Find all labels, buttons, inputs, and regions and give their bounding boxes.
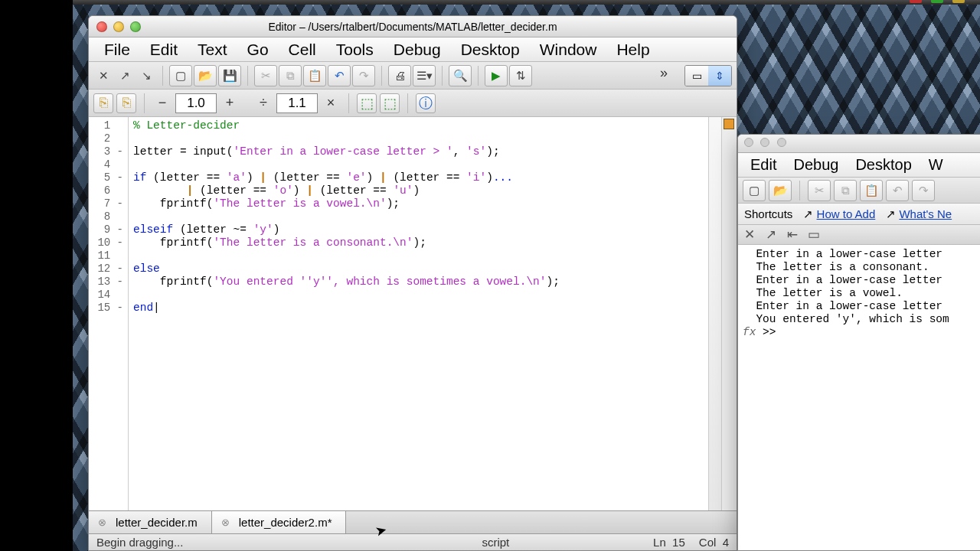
new-file-icon[interactable]: ▢ (743, 180, 766, 201)
whatsnew-link[interactable]: What's Ne (899, 207, 952, 220)
decrement-icon[interactable]: − (152, 93, 172, 113)
menu-go[interactable]: Go (238, 39, 278, 60)
menu-file[interactable]: File (95, 39, 139, 60)
copy-icon[interactable]: ⧉ (834, 180, 857, 201)
close-doc-icon[interactable]: ✕ (93, 65, 113, 86)
undock-icon[interactable]: ↗ (115, 65, 135, 86)
matlab-main-window: M Edit Debug Desktop W ▢ 📂 ✂ ⧉ 📋 ↶ ↷ Sho… (737, 134, 980, 551)
cell-up-icon[interactable]: ⬚ (357, 93, 377, 113)
minimize-button[interactable] (113, 21, 124, 32)
overflow-icon[interactable]: » (660, 65, 668, 81)
cmd-toolbar: ▢ 📂 ✂ ⧉ 📋 ↶ ↷ (738, 178, 980, 204)
tab-close-icon[interactable]: ⊗ (98, 517, 106, 528)
copy-icon[interactable]: ⧉ (279, 65, 302, 86)
menu-window[interactable]: Window (531, 39, 606, 60)
close-button[interactable] (744, 138, 753, 147)
print-icon[interactable]: 🖨 (388, 65, 411, 86)
command-window[interactable]: Enter in a lower-case letter The letter … (738, 245, 980, 550)
menu-help[interactable]: Help (607, 39, 658, 60)
editor-menubar: File Edit Text Go Cell Tools Debug Deskt… (89, 37, 737, 62)
maximize-icon[interactable]: ▭ (685, 66, 708, 86)
redo-icon[interactable]: ↷ (352, 65, 375, 86)
status-message: Begin dragging... (96, 536, 183, 549)
increment-icon[interactable]: + (220, 93, 240, 113)
find-icon[interactable]: 🔍 (449, 65, 472, 86)
undo-icon[interactable]: ↶ (328, 65, 351, 86)
editor-titlebar[interactable]: Editor – /Users/rtalbert/Documents/MATLA… (89, 16, 737, 37)
cell-toolbar: ⎘ ⎘ − 1.0 + ÷ 1.1 × ⬚ ⬚ ⓘ (89, 90, 737, 117)
analyzer-status-icon (724, 119, 734, 129)
file-tab[interactable]: ⊗ letter_decider2.m* (212, 511, 347, 533)
zoom-button[interactable] (130, 21, 141, 32)
file-tabs: ⊗ letter_decider.m ⊗ letter_decider2.m* (89, 510, 737, 533)
cut-icon[interactable]: ✂ (254, 65, 277, 86)
cmd-titlebar[interactable]: M (738, 135, 980, 153)
open-file-icon[interactable]: 📂 (194, 65, 217, 86)
howto-link[interactable]: How to Add (817, 207, 876, 220)
step-field-1[interactable]: 1.0 (175, 93, 217, 113)
eval-advance-icon[interactable]: ⎘ (116, 93, 136, 113)
run-icon[interactable]: ▶ (485, 65, 508, 86)
save-file-icon[interactable]: 💾 (218, 65, 241, 86)
shortcuts-label: Shortcuts (744, 207, 792, 220)
close-button[interactable] (96, 21, 107, 32)
code-analyzer-strip[interactable] (721, 117, 737, 510)
menu-text[interactable]: Text (188, 39, 237, 60)
multiply-icon[interactable]: × (321, 93, 341, 113)
close-panel-icon[interactable]: ✕ (743, 227, 756, 243)
code-area: 1 2 3 - 4 5 - 6 7 - 8 9 -10 -11 12 -13 -… (89, 117, 737, 510)
menu-window[interactable]: W (921, 155, 951, 175)
shortcuts-bar: Shortcuts ↗ How to Add ↗ What's Ne (738, 204, 980, 225)
menu-edit[interactable]: Edit (141, 39, 187, 60)
menu-desktop[interactable]: Desktop (452, 39, 529, 60)
minimize-button[interactable] (760, 138, 769, 147)
redo-icon[interactable]: ↷ (912, 180, 935, 201)
menu-desktop[interactable]: Desktop (848, 155, 919, 175)
info-icon[interactable]: ⓘ (416, 93, 436, 113)
menu-debug[interactable]: Debug (384, 39, 450, 60)
menu-edit[interactable]: Edit (743, 155, 784, 175)
dock-icon[interactable]: ↘ (136, 65, 156, 86)
cut-icon[interactable]: ✂ (808, 180, 831, 201)
vertical-scrollbar[interactable] (708, 117, 721, 510)
run-config-icon[interactable]: ⇅ (509, 65, 532, 86)
cell-down-icon[interactable]: ⬚ (380, 93, 400, 113)
new-file-icon[interactable]: ▢ (169, 65, 192, 86)
tab-label: letter_decider2.m* (239, 516, 332, 529)
col-label: Col 4 (699, 536, 729, 549)
file-tab[interactable]: ⊗ letter_decider.m (89, 511, 212, 533)
tab-close-icon[interactable]: ⊗ (221, 517, 230, 528)
line-label: Ln 15 (653, 536, 685, 549)
paste-icon[interactable]: 📋 (860, 180, 883, 201)
command-window-header: ✕ ↗ ⇤ ▭ Comma (738, 225, 980, 245)
maximize-panel-icon[interactable]: ▭ (807, 227, 821, 243)
eval-cell-icon[interactable]: ⎘ (93, 93, 113, 113)
insert-icon[interactable]: ☰▾ (413, 65, 436, 86)
open-file-icon[interactable]: 📂 (769, 180, 792, 201)
zoom-button[interactable] (777, 138, 786, 147)
line-gutter: 1 2 3 - 4 5 - 6 7 - 8 9 -10 -11 12 -13 -… (89, 117, 129, 510)
code-editor[interactable]: % Letter-deciderletter = input('Enter in… (129, 117, 721, 510)
editor-toolbar: ✕ ↗ ↘ ▢ 📂 💾 ✂ ⧉ 📋 ↶ ↷ 🖨 ☰▾ 🔍 ▶ ⇅ » ▭ ⇕ (89, 62, 737, 90)
menu-cell[interactable]: Cell (279, 39, 325, 60)
paste-icon[interactable]: 📋 (303, 65, 326, 86)
editor-window: Editor – /Users/rtalbert/Documents/MATLA… (88, 15, 737, 551)
history-icon[interactable]: ⇤ (786, 227, 799, 243)
statusbar: Begin dragging... script Ln 15 Col 4 (89, 533, 737, 550)
undo-icon[interactable]: ↶ (886, 180, 909, 201)
file-type: script (482, 536, 509, 549)
step-field-2[interactable]: 1.1 (276, 93, 318, 113)
menu-tools[interactable]: Tools (327, 39, 383, 60)
divide-icon[interactable]: ÷ (253, 93, 273, 113)
window-title: Editor – /Users/rtalbert/Documents/MATLA… (89, 21, 737, 33)
undock-panel-icon[interactable]: ↗ (764, 227, 778, 243)
tab-label: letter_decider.m (116, 516, 198, 529)
cmd-menubar: Edit Debug Desktop W (738, 153, 980, 178)
menu-debug[interactable]: Debug (786, 155, 846, 175)
dock-arrange-icon[interactable]: ⇕ (708, 66, 731, 86)
